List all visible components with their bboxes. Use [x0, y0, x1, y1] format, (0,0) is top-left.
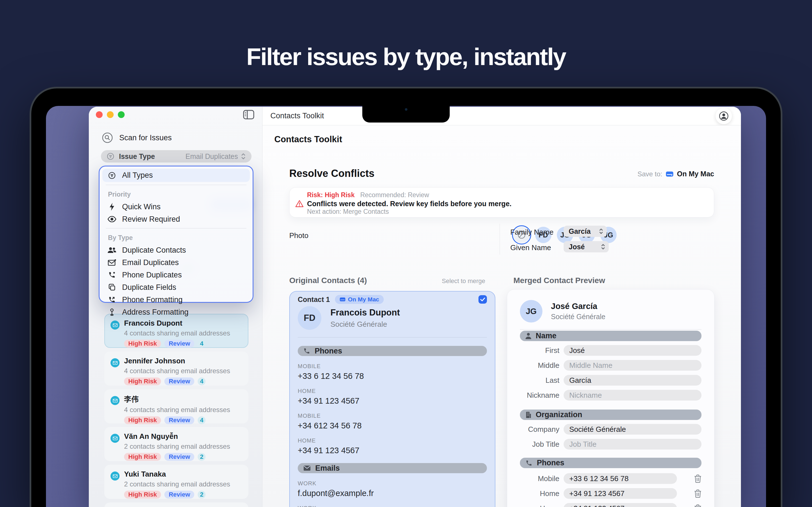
dropdown-item-duplicate-contacts[interactable]: Duplicate Contacts [102, 244, 250, 256]
tab-contacts-toolkit[interactable]: Contacts Toolkit [270, 112, 324, 120]
dropdown-item-phone-duplicates[interactable]: Phone Duplicates [102, 269, 250, 281]
home-phone-field[interactable]: +34 91 123 4567 [564, 488, 677, 499]
divider [106, 185, 246, 185]
dropdown-item-label: Address Formatting [122, 308, 189, 317]
save-to-control[interactable]: Save to: On My Mac [638, 170, 714, 178]
dropdown-item-label: Phone Duplicates [122, 271, 182, 279]
given-name-select[interactable]: José [564, 241, 609, 252]
divider [106, 228, 246, 228]
phone-type: MOBILE [298, 413, 487, 419]
chevron-up-down-icon [599, 228, 603, 235]
dropdown-item-label: Review Required [122, 215, 180, 224]
nickname-field[interactable]: Nickname [564, 390, 702, 400]
list-item-contact[interactable]: محمد أحمد 2 contacts sharing email addre… [104, 503, 248, 507]
close-window-button[interactable] [96, 111, 103, 118]
email-issue-icon [110, 396, 119, 405]
original-contact-card[interactable]: Contact 1 On My Mac [289, 291, 495, 507]
section-title: Emails [315, 464, 340, 473]
delete-phone-button[interactable] [694, 504, 702, 507]
minimize-window-button[interactable] [107, 111, 114, 118]
family-name-select[interactable]: García [564, 226, 607, 237]
field-label: Mobile [520, 474, 559, 483]
field-label: Home [520, 489, 559, 498]
app-window: Scan for Issues Issue Type Email Duplica… [89, 107, 741, 507]
list-item-contact[interactable]: Francois Dupont 4 contacts sharing email… [104, 314, 248, 348]
phone-value: +33 6 12 34 56 78 [298, 372, 487, 381]
delete-phone-button[interactable] [694, 489, 702, 498]
list-item-contact[interactable]: Văn An Nguyễn 2 contacts sharing email a… [104, 427, 248, 461]
mobile-phone-field[interactable]: +33 6 12 34 56 78 [564, 473, 677, 484]
desktop-wallpaper: Scan for Issues Issue Type Email Duplica… [46, 106, 766, 507]
scan-for-issues-button[interactable]: Scan for Issues [102, 132, 172, 144]
dropdown-item-duplicate-fields[interactable]: Duplicate Fields [102, 281, 250, 293]
phone-icon [303, 348, 310, 354]
issue-type-dropdown: All Types Priority Quick Wins [99, 166, 253, 303]
merge-checkbox[interactable] [478, 295, 487, 304]
section-title: Phones [537, 459, 564, 467]
field-value: +34 91 123 4567 [569, 489, 624, 498]
filter-icon [107, 152, 114, 160]
company-field[interactable]: Société Générale [564, 424, 702, 435]
dropdown-item-review-required[interactable]: Review Required [102, 213, 250, 225]
window-titlebar: Contacts Toolkit [262, 107, 741, 125]
dropdown-item-email-duplicates[interactable]: Email Duplicates [102, 256, 250, 269]
given-name-value: José [569, 243, 585, 251]
phone-entry: MOBILE +33 6 12 34 56 78 [298, 363, 487, 381]
select-to-merge-hint: Select to merge [442, 277, 485, 285]
dropdown-item-address-formatting[interactable]: Address Formatting [102, 306, 250, 318]
account-button[interactable] [716, 108, 732, 124]
list-item-contact[interactable]: Jennifer Johnson 4 contacts sharing emai… [104, 351, 248, 386]
main-panel: Contacts Toolkit Contacts Toolkit Resolv… [262, 107, 741, 507]
issue-type-select[interactable]: Issue Type Email Duplicates [101, 150, 252, 163]
phone-dot-icon [107, 271, 116, 279]
merged-phones-section-header: Phones [520, 458, 702, 468]
avatar: FD [298, 306, 321, 330]
phone-entry: HOME +34 91 123 4567 [298, 388, 487, 406]
sidebar-toggle-icon[interactable] [243, 110, 254, 119]
first-name-field[interactable]: José [564, 345, 702, 356]
count-badge: 4 [198, 378, 206, 385]
job-title-field[interactable]: Job Title [564, 439, 702, 450]
filter-icon [107, 172, 116, 179]
field-value: +34 91 123 4567 [569, 504, 624, 507]
risk-badge: High Risk [124, 340, 161, 348]
zoom-window-button[interactable] [118, 111, 124, 118]
phone-type: HOME [298, 438, 487, 444]
field-label: First [520, 346, 559, 355]
home-phone-field[interactable]: +34 91 123 4567 [564, 503, 677, 507]
scan-for-issues-label: Scan for Issues [119, 133, 172, 142]
list-item-contact[interactable]: 李伟 4 contacts sharing email addresses Hi… [104, 389, 248, 424]
list-item-contact[interactable]: Yuki Tanaka 2 contacts sharing email add… [104, 465, 248, 499]
internal-drive-icon [666, 171, 673, 177]
issue-list: Francois Dupont 4 contacts sharing email… [104, 314, 248, 507]
given-name-label: Given Name [510, 243, 551, 252]
eye-icon [107, 216, 116, 222]
dropdown-item-phone-formatting[interactable]: Phone Formatting [102, 293, 250, 306]
count-badge: 4 [198, 340, 206, 348]
risk-level-text: Risk: High Risk [307, 191, 355, 199]
phone-type: HOME [298, 388, 487, 394]
field-placeholder: Middle Name [569, 361, 612, 370]
phone-value: +34 91 123 4567 [298, 446, 487, 455]
content-area: Contacts Toolkit Resolve Conflicts Save … [262, 125, 741, 507]
risk-badge: High Risk [124, 453, 161, 461]
last-name-field[interactable]: García [564, 375, 702, 386]
divider [520, 329, 702, 330]
chevron-up-down-icon [241, 153, 246, 160]
email-issue-icon [110, 471, 119, 481]
field-placeholder: Nickname [569, 391, 602, 400]
dropdown-item-label: Quick Wins [122, 203, 161, 211]
middle-name-field[interactable]: Middle Name [564, 360, 702, 371]
dropdown-section-header: Priority [102, 188, 250, 201]
count-badge: 2 [198, 491, 206, 499]
dropdown-item-all-types[interactable]: All Types [102, 169, 250, 182]
window-controls [96, 111, 124, 118]
page-title: Contacts Toolkit [274, 134, 342, 145]
family-name-value: García [569, 227, 591, 235]
delete-phone-button[interactable] [694, 474, 702, 483]
dropdown-item-label: All Types [122, 171, 153, 180]
issue-type-value: Email Duplicates [186, 152, 238, 161]
dropdown-item-quick-wins[interactable]: Quick Wins [102, 201, 250, 213]
field-placeholder: Job Title [569, 440, 597, 449]
contact-subtitle: 2 contacts sharing email addresses [124, 443, 243, 450]
